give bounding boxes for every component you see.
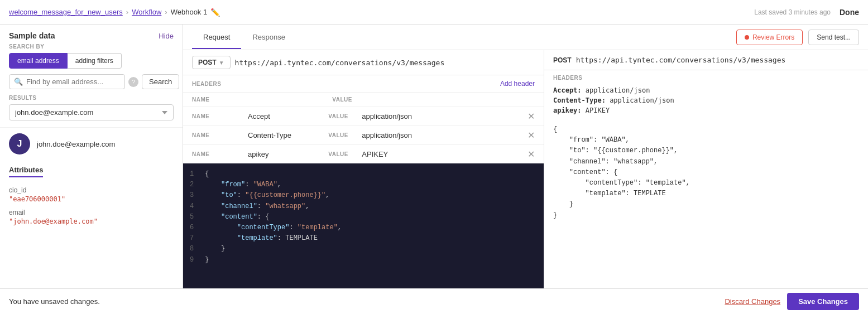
preview-url: https://api.tyntec.com/conversations/v3/… — [576, 56, 786, 64]
attributes-list: cio_id "eae706000001" email "john.doe@ex… — [0, 181, 183, 231]
results-dropdown[interactable]: john.doe@example.com — [9, 104, 174, 120]
preview-header-accept: Accept: application/json — [553, 85, 859, 95]
attr-item-cio-id: cio_id "eae706000001" — [9, 186, 174, 203]
headers-bar: HEADERS Add header — [183, 75, 544, 92]
header-value-label-content-type: VALUE — [328, 132, 362, 138]
method-arrow-icon: ▼ — [219, 60, 224, 66]
breadcrumb-sep-2: › — [165, 8, 167, 16]
header-row-apikey: NAME apikey VALUE APIKEY ✕ — [183, 144, 544, 163]
request-left-col: POST ▼ https://api.tyntec.com/conversati… — [183, 50, 544, 288]
header-remove-apikey[interactable]: ✕ — [527, 149, 535, 160]
preview-code-body: { "from": "WABA", "to": "{{customer.phon… — [544, 118, 868, 288]
attr-key-cio-id: cio_id — [9, 186, 174, 194]
tab-response[interactable]: Response — [241, 26, 296, 49]
preview-header-ct-val: application/json — [606, 96, 674, 104]
header-actions: Review Errors Send test... — [736, 30, 859, 45]
header-value-label-apikey: VALUE — [328, 151, 362, 157]
preview-header-accept-key: Accept: — [553, 86, 582, 94]
preview-url-row: POST https://api.tyntec.com/conversation… — [544, 50, 868, 70]
headers-label: HEADERS — [192, 81, 221, 87]
header-value-content-type: application/json — [362, 131, 523, 139]
search-button[interactable]: Search — [142, 74, 179, 89]
header-col-name-label: NAME — [192, 96, 248, 103]
preview-header-ct-key: Content-Type: — [553, 96, 606, 104]
method-label: POST — [198, 59, 217, 66]
tab-request[interactable]: Request — [192, 26, 241, 49]
attr-item-email: email "john.doe@example.com" — [9, 209, 174, 225]
code-body[interactable]: { "from": "WABA", "to": "{{customer.phon… — [198, 163, 348, 288]
help-icon[interactable]: ? — [128, 77, 138, 87]
search-by-label: SEARCH BY — [0, 44, 183, 53]
search-row: 🔍 ? Search — [0, 74, 183, 95]
top-bar: welcome_message_for_new_users › Workflow… — [0, 0, 868, 25]
right-panel: Request Response Review Errors Send test… — [183, 25, 868, 288]
header-row-accept: NAME Accept VALUE application/json ✕ — [183, 107, 544, 125]
header-row-content-type: NAME Content-Type VALUE application/json… — [183, 125, 544, 144]
line-numbers: 123456789 — [183, 163, 198, 288]
code-editor[interactable]: 123456789 { "from": "WABA", "to": "{{cus… — [183, 163, 544, 288]
send-test-button[interactable]: Send test... — [808, 30, 859, 45]
method-badge[interactable]: POST ▼ — [192, 56, 231, 69]
preview-headers-label: HEADERS — [544, 70, 868, 83]
save-changes-button[interactable]: Save Changes — [787, 293, 859, 310]
error-dot — [745, 35, 749, 40]
preview-header-content-type: Content-Type: application/json — [553, 95, 859, 105]
search-by-email-button[interactable]: email address — [9, 53, 68, 69]
last-saved-text: Last saved 3 minutes ago — [754, 8, 831, 16]
header-col-value-label: VALUE — [332, 96, 366, 103]
bottom-bar: You have unsaved changes. Discard Change… — [0, 288, 868, 314]
preview-header-apikey: apikey: APIKEY — [553, 105, 859, 115]
attributes-title: Attributes — [9, 166, 43, 177]
preview-header-list: Accept: application/json Content-Type: a… — [544, 83, 868, 118]
header-name-accept: Accept — [248, 112, 328, 120]
main-content: Sample data Hide SEARCH BY email address… — [0, 25, 868, 288]
breadcrumb: welcome_message_for_new_users › Workflow… — [9, 8, 220, 17]
done-button[interactable]: Done — [840, 8, 859, 17]
search-input-wrap: 🔍 — [9, 74, 125, 89]
attr-value-cio-id: "eae706000001" — [9, 195, 174, 203]
attr-value-email: "john.doe@example.com" — [9, 218, 174, 225]
url-row: POST ▼ https://api.tyntec.com/conversati… — [183, 50, 544, 75]
breadcrumb-current: Webhook 1 ✏️ — [171, 8, 220, 17]
attr-key-email: email — [9, 209, 174, 216]
user-email: john.doe@example.com — [37, 140, 115, 148]
breadcrumb-link-1[interactable]: welcome_message_for_new_users — [9, 8, 123, 16]
preview-header-apikey-val: APIKEY — [582, 107, 610, 114]
discard-changes-button[interactable]: Discard Changes — [725, 297, 780, 306]
bottom-actions: Discard Changes Save Changes — [725, 293, 859, 310]
header-name-content-type: Content-Type — [248, 131, 328, 139]
results-label: RESULTS — [0, 95, 183, 104]
preview-header-accept-val: application/json — [582, 86, 650, 94]
preview-header-apikey-key: apikey: — [553, 107, 582, 114]
top-right-actions: Last saved 3 minutes ago Done — [754, 8, 859, 17]
header-name-apikey: apikey — [248, 150, 328, 158]
breadcrumb-sep-1: › — [126, 8, 128, 16]
headers-col-labels: NAME VALUE — [183, 92, 544, 107]
unsaved-text: You have unsaved changes. — [9, 297, 100, 306]
hide-link[interactable]: Hide — [159, 32, 174, 40]
search-by-buttons: email address adding filters — [0, 53, 183, 74]
search-by-filters-button[interactable]: adding filters — [68, 53, 122, 69]
header-remove-content-type[interactable]: ✕ — [527, 130, 535, 141]
url-text: https://api.tyntec.com/conversations/v3/… — [235, 59, 445, 67]
request-header: Request Response Review Errors Send test… — [183, 25, 868, 50]
tab-group: Request Response — [192, 26, 296, 49]
header-remove-accept[interactable]: ✕ — [527, 111, 535, 122]
left-panel: Sample data Hide SEARCH BY email address… — [0, 25, 183, 288]
results-dropdown-wrap: john.doe@example.com — [0, 104, 183, 127]
left-panel-header: Sample data Hide — [0, 25, 183, 44]
breadcrumb-link-2[interactable]: Workflow — [132, 8, 161, 16]
search-input[interactable] — [26, 78, 120, 86]
attributes-section: Attributes — [0, 160, 183, 181]
header-name-label-content-type: NAME — [192, 132, 248, 138]
header-value-accept: application/json — [362, 112, 523, 120]
avatar: J — [9, 133, 30, 154]
review-errors-button[interactable]: Review Errors — [736, 30, 803, 45]
header-name-label-accept: NAME — [192, 113, 248, 119]
edit-icon[interactable]: ✏️ — [210, 8, 220, 17]
user-row: J john.doe@example.com — [0, 127, 183, 160]
sample-data-title: Sample data — [9, 31, 55, 40]
add-header-link[interactable]: Add header — [500, 80, 535, 88]
header-value-apikey: APIKEY — [362, 150, 523, 158]
headers-section: HEADERS Add header NAME VALUE NAME Accep… — [183, 75, 544, 163]
